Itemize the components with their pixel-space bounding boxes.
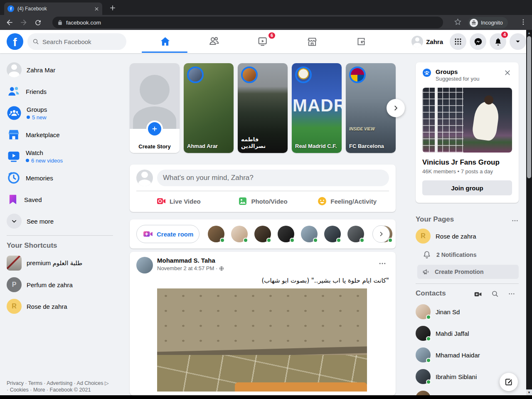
- room-avatar[interactable]: [324, 226, 341, 242]
- forward-icon[interactable]: [17, 17, 31, 28]
- room-avatar[interactable]: [254, 226, 271, 242]
- page-row[interactable]: R Rose de zahra: [416, 229, 476, 244]
- page-scrollbar[interactable]: ▲ ▼: [526, 30, 532, 395]
- scroll-down-icon[interactable]: ▼: [526, 389, 532, 395]
- stories-next-button[interactable]: [387, 99, 405, 117]
- sidebar-item-marketplace[interactable]: Marketplace: [3, 124, 116, 145]
- post-media[interactable]: [157, 288, 367, 392]
- tab-marketplace[interactable]: [288, 30, 337, 53]
- online-dot: [426, 336, 431, 341]
- live-video-button[interactable]: Live Video: [136, 194, 221, 209]
- create-room-button[interactable]: Create room: [136, 225, 200, 243]
- chevron-right-icon: [392, 104, 399, 112]
- close-icon[interactable]: [503, 68, 512, 77]
- sidebar-item-label: Groups: [27, 106, 47, 113]
- stories-row: Create Story Ahmad Arar فاطمه نصرالدين M…: [130, 63, 396, 153]
- browser-tab[interactable]: f (4) Facebook: [4, 2, 102, 15]
- globe-icon: [219, 266, 224, 271]
- sidebar-item-watch[interactable]: Watch 6 new videos: [3, 145, 116, 167]
- back-icon[interactable]: [2, 17, 17, 28]
- contact-row[interactable]: Mhamad Haidar: [416, 344, 519, 366]
- shortcut-item[interactable]: premium طلبة العلوم: [3, 252, 116, 274]
- active-tab-underline: [142, 52, 187, 53]
- post-time-text: November 2 at 4:57 PM ·: [157, 265, 217, 271]
- url-bar[interactable]: facebook.com: [52, 17, 443, 28]
- story-name: Real Madrid C.F.: [295, 143, 338, 150]
- media-wall: [157, 288, 367, 352]
- megaphone-icon: [422, 268, 431, 276]
- shortcut-item[interactable]: P Perfum de zahra: [3, 274, 116, 296]
- your-pages-menu-icon[interactable]: [511, 217, 519, 224]
- post-author-name[interactable]: Mohammad S. Taha: [157, 257, 224, 264]
- facebook-logo[interactable]: f: [7, 33, 23, 50]
- sidebar-item-saved[interactable]: Saved: [3, 189, 116, 210]
- browser-tab-strip: f (4) Facebook: [0, 0, 532, 15]
- bookmark-star-icon[interactable]: [454, 18, 462, 26]
- shortcut-item[interactable]: R Rose de zahra: [3, 296, 116, 317]
- group-name[interactable]: Vinicius Jr Fans Group: [422, 158, 512, 167]
- account-menu-button[interactable]: [510, 33, 526, 50]
- reload-icon[interactable]: [31, 17, 45, 28]
- feeling-activity-button[interactable]: Feeling/Activity: [305, 194, 389, 209]
- rooms-next-button[interactable]: [372, 225, 390, 243]
- menu-grid-button[interactable]: [450, 33, 466, 50]
- notifications-button[interactable]: 4: [490, 33, 506, 50]
- search-contacts-icon[interactable]: [491, 290, 499, 298]
- messenger-button[interactable]: [470, 33, 486, 50]
- composer-avatar[interactable]: [136, 170, 153, 186]
- contacts-menu-icon[interactable]: [508, 290, 515, 298]
- room-avatar[interactable]: [278, 226, 294, 242]
- profile-name: Zahra: [426, 38, 443, 45]
- profile-chip[interactable]: Zahra: [411, 36, 443, 47]
- room-avatar[interactable]: [208, 226, 224, 242]
- sidebar-item-friends[interactable]: Friends: [3, 81, 116, 102]
- plus-icon: [146, 121, 163, 137]
- story-card[interactable]: MADR Real Madrid C.F.: [292, 63, 342, 153]
- post-menu-icon[interactable]: [376, 257, 389, 270]
- status-input[interactable]: What's on your mind, Zahra?: [157, 170, 389, 186]
- post-timestamp[interactable]: November 2 at 4:57 PM ·: [157, 265, 224, 271]
- contact-row[interactable]: Jinan Sd: [416, 301, 519, 323]
- online-dot: [243, 238, 248, 243]
- sidebar-item-see-more[interactable]: See more: [3, 210, 116, 232]
- page-notifications-row[interactable]: 2 Notifications: [422, 250, 476, 259]
- incognito-badge: Incognito: [468, 17, 508, 28]
- contact-avatar: [416, 304, 431, 319]
- browser-menu-icon[interactable]: [520, 18, 527, 26]
- media-orange-object: [235, 382, 367, 392]
- sidebar-item-sub: 6 new videos: [26, 158, 63, 164]
- new-tab-button[interactable]: [108, 3, 117, 12]
- group-cover-image[interactable]: [422, 88, 512, 153]
- footer-links[interactable]: Privacy · Terms · Advertising · Ad Choic…: [7, 380, 111, 393]
- photo-video-button[interactable]: Photo/Video: [221, 194, 305, 209]
- groups-icon: [7, 106, 22, 121]
- your-pages-title: Your Pages: [416, 215, 454, 224]
- tab-watch[interactable]: 6: [239, 30, 288, 53]
- tab-friends[interactable]: [190, 30, 239, 53]
- post-author-avatar[interactable]: [136, 257, 153, 273]
- scroll-up-icon[interactable]: ▲: [526, 30, 532, 36]
- join-group-button[interactable]: Join group: [422, 180, 512, 195]
- profile-avatar: [411, 36, 423, 47]
- sidebar-item-profile[interactable]: Zahra Mar: [3, 59, 116, 81]
- story-card[interactable]: فاطمه نصرالدين: [238, 63, 288, 153]
- create-story-card[interactable]: Create Story: [130, 63, 180, 153]
- story-card[interactable]: Ahmad Arar: [184, 63, 234, 153]
- sidebar-item-label: Zahra Mar: [27, 66, 55, 74]
- tab-home[interactable]: [140, 30, 190, 53]
- contact-row[interactable]: Mahdi Jaffal: [416, 323, 519, 344]
- tab-close-icon[interactable]: [94, 7, 99, 11]
- room-avatar[interactable]: [347, 226, 364, 242]
- sidebar-item-groups[interactable]: Groups 5 new: [3, 102, 116, 124]
- new-room-icon[interactable]: [474, 290, 482, 298]
- online-dot: [313, 238, 318, 243]
- search-input[interactable]: Search Facebook: [27, 33, 126, 50]
- room-avatar[interactable]: [231, 226, 248, 242]
- sidebar-item-memories[interactable]: Memories: [3, 167, 116, 189]
- room-avatar[interactable]: [301, 226, 318, 242]
- create-promotion-button[interactable]: Create Promotion: [417, 265, 519, 279]
- new-message-button[interactable]: [500, 373, 518, 391]
- composer-card: What's on your mind, Zahra? Live Video P…: [130, 165, 396, 212]
- tab-gaming[interactable]: [337, 30, 386, 53]
- scrollbar-thumb[interactable]: [527, 36, 531, 178]
